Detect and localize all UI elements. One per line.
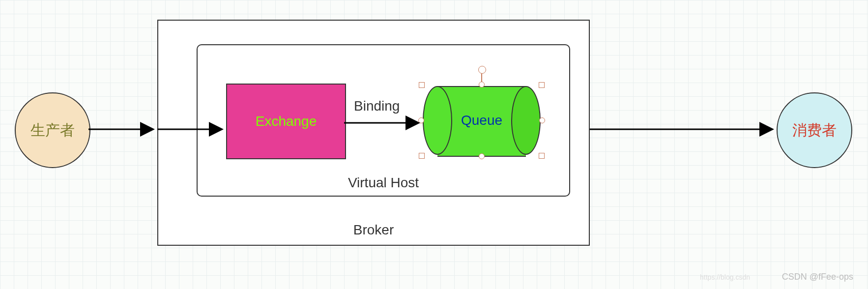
watermark-main: CSDN @fFee-ops <box>782 272 853 282</box>
watermark-faint: https://blog.csdn <box>700 273 750 281</box>
arrows-layer <box>0 0 868 289</box>
